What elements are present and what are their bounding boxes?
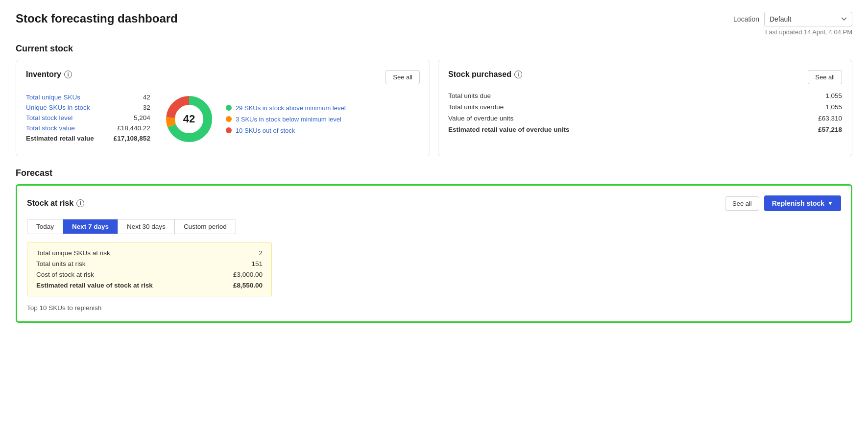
tab-next-30-days[interactable]: Next 30 days [118, 219, 175, 234]
forecast-section-title: Forecast [16, 168, 852, 178]
donut-area: 42 29 SKUs in stock above minimum level … [162, 92, 346, 146]
risk-label-0: Total unique SKUs at risk [36, 249, 110, 257]
inventory-see-all-button[interactable]: See all [386, 70, 420, 84]
stat-label-2: Total stock level [26, 114, 72, 121]
stock-purchased-info-icon[interactable]: i [514, 71, 522, 78]
top-replenish-label: Top 10 SKUs to replenish [27, 304, 841, 312]
forecast-card: Stock at risk i See all Replenish stock … [16, 184, 852, 323]
stat-label-4: Estimated retail value [26, 135, 94, 142]
risk-value-3: £8,550.00 [233, 282, 263, 289]
stock-stat-value-1: 1,055 [825, 103, 842, 111]
replenish-stock-label: Replenish stock [772, 199, 824, 207]
current-stock-cards-row: Inventory i See all Total unique SKUs 42… [16, 60, 852, 156]
risk-row-total-unique-skus: Total unique SKUs at risk 2 [36, 249, 263, 257]
current-stock-section-title: Current stock [16, 44, 852, 54]
legend-item-green: 29 SKUs in stock above minimum level [226, 104, 346, 112]
replenish-stock-button[interactable]: Replenish stock ▼ [764, 195, 841, 211]
risk-row-total-units: Total units at risk 151 [36, 260, 263, 267]
donut-center-value: 42 [183, 113, 195, 125]
location-select[interactable]: Default Warehouse A Warehouse B [764, 12, 852, 26]
stat-row-total-stock-level: Total stock level 5,204 [26, 114, 150, 121]
page-header: Stock forecasting dashboard Location Def… [16, 12, 852, 26]
stat-value-2: 5,204 [134, 114, 150, 121]
forecast-card-header: Stock at risk i See all Replenish stock … [27, 195, 841, 211]
stock-stat-label-0: Total units due [448, 92, 491, 99]
stock-stat-value-0: 1,055 [825, 92, 842, 99]
inventory-info-icon[interactable]: i [64, 71, 72, 78]
inventory-card-title: Inventory i [26, 70, 72, 79]
stat-value-0: 42 [143, 94, 150, 101]
stat-row-estimated-retail-value: Estimated retail value £17,108,852 [26, 135, 150, 142]
stock-stat-value-2: £63,310 [818, 115, 842, 122]
stat-label-1: Unique SKUs in stock [26, 104, 90, 111]
legend-item-orange: 3 SKUs in stock below minimum level [226, 116, 346, 123]
stat-row-total-unique-skus: Total unique SKUs 42 [26, 94, 150, 101]
stock-stat-value-3: £57,218 [818, 126, 842, 133]
stat-value-4: £17,108,852 [114, 135, 150, 142]
stock-stat-estimated-retail-overdue: Estimated retail value of overdue units … [448, 126, 842, 133]
risk-value-0: 2 [259, 249, 263, 257]
stock-purchased-stats: Total units due 1,055 Total units overdu… [448, 92, 842, 133]
tab-custom-period[interactable]: Custom period [175, 219, 236, 234]
legend-dot-green [226, 105, 232, 111]
location-area: Location Default Warehouse A Warehouse B [733, 12, 852, 26]
stat-row-total-stock-value: Total stock value £18,440.22 [26, 124, 150, 132]
stock-stat-label-3: Estimated retail value of overdue units [448, 126, 570, 133]
last-updated-text: Last updated 14 April, 4:04 PM [16, 28, 852, 36]
risk-row-cost-stock: Cost of stock at risk £3,000.00 [36, 271, 263, 278]
stock-purchased-card-header: Stock purchased i See all [448, 70, 842, 84]
stock-stat-label-2: Value of overdue units [448, 115, 513, 122]
stock-purchased-see-all-button[interactable]: See all [808, 70, 842, 84]
tab-today[interactable]: Today [27, 219, 63, 234]
inventory-card: Inventory i See all Total unique SKUs 42… [16, 60, 430, 156]
risk-label-3: Estimated retail value of stock at risk [36, 282, 153, 289]
legend-text-orange: 3 SKUs in stock below minimum level [236, 116, 341, 123]
legend-text-red: 10 SKUs out of stock [236, 127, 295, 134]
risk-row-estimated-retail: Estimated retail value of stock at risk … [36, 282, 263, 289]
stock-at-risk-tabs: Today Next 7 days Next 30 days Custom pe… [27, 219, 236, 234]
tab-next-7-days[interactable]: Next 7 days [63, 219, 118, 234]
stat-value-1: 32 [143, 104, 150, 111]
stock-at-risk-title-text: Stock at risk [27, 199, 73, 208]
inventory-stats: Total unique SKUs 42 Unique SKUs in stoc… [26, 94, 150, 145]
inventory-title-text: Inventory [26, 70, 61, 79]
donut-chart: 42 [162, 92, 216, 146]
inventory-card-header: Inventory i See all [26, 70, 420, 84]
stat-label-0: Total unique SKUs [26, 94, 80, 101]
forecast-header-actions: See all Replenish stock ▼ [725, 195, 841, 211]
stock-at-risk-see-all-button[interactable]: See all [725, 196, 759, 211]
inventory-content: Total unique SKUs 42 Unique SKUs in stoc… [26, 92, 420, 146]
risk-value-2: £3,000.00 [233, 271, 263, 278]
risk-summary-box: Total unique SKUs at risk 2 Total units … [27, 242, 272, 296]
stat-label-3: Total stock value [26, 124, 75, 132]
legend-item-red: 10 SKUs out of stock [226, 127, 346, 134]
stock-stat-total-units-due: Total units due 1,055 [448, 92, 842, 99]
stock-at-risk-info-icon[interactable]: i [76, 199, 84, 207]
risk-label-2: Cost of stock at risk [36, 271, 94, 278]
stat-row-unique-skus-in-stock: Unique SKUs in stock 32 [26, 104, 150, 111]
stock-stat-value-overdue-units: Value of overdue units £63,310 [448, 115, 842, 122]
stock-purchased-title-text: Stock purchased [448, 70, 511, 79]
stat-value-3: £18,440.22 [117, 124, 150, 132]
risk-label-1: Total units at risk [36, 260, 86, 267]
stock-stat-total-units-overdue: Total units overdue 1,055 [448, 103, 842, 111]
stock-purchased-card-title: Stock purchased i [448, 70, 522, 79]
donut-legend: 29 SKUs in stock above minimum level 3 S… [226, 104, 346, 134]
legend-text-green: 29 SKUs in stock above minimum level [236, 104, 346, 112]
replenish-chevron-down-icon: ▼ [827, 200, 833, 207]
legend-dot-red [226, 127, 232, 133]
stock-purchased-card: Stock purchased i See all Total units du… [438, 60, 852, 156]
page-container: Stock forecasting dashboard Location Def… [0, 0, 868, 335]
legend-dot-orange [226, 116, 232, 122]
forecast-card-title: Stock at risk i [27, 199, 84, 208]
page-title: Stock forecasting dashboard [16, 12, 178, 25]
stock-stat-label-1: Total units overdue [448, 103, 504, 111]
risk-value-1: 151 [251, 260, 263, 267]
location-label: Location [733, 15, 759, 23]
